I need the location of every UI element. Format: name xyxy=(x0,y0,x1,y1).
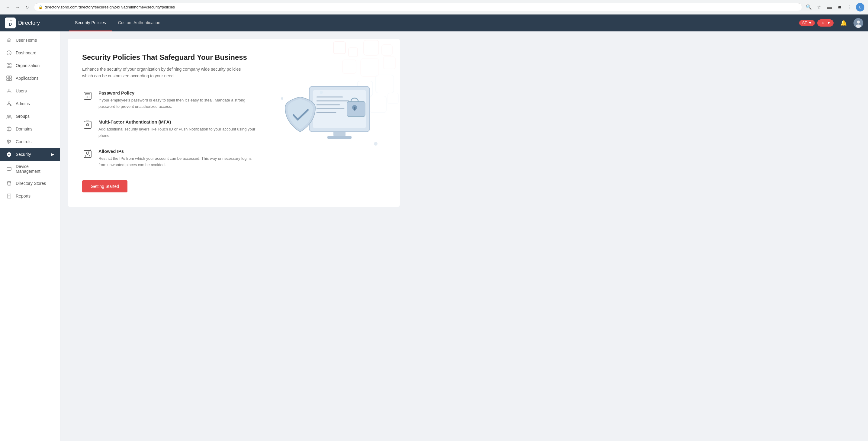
sidebar-item-reports[interactable]: Reports xyxy=(0,190,60,202)
svg-point-29 xyxy=(7,182,11,183)
card-title: Security Policies That Safeguard Your Bu… xyxy=(82,53,385,62)
menu-button[interactable]: ⋮ xyxy=(846,3,854,11)
svg-point-49 xyxy=(87,96,88,97)
secure-icon: 🔒 xyxy=(38,5,43,9)
directory-stores-icon xyxy=(6,180,12,186)
back-button[interactable]: ← xyxy=(4,3,12,11)
svg-rect-4 xyxy=(7,63,8,65)
search-button[interactable]: 🔍 xyxy=(805,3,813,11)
sidebar-item-dashboard[interactable]: Dashboard xyxy=(0,46,60,59)
svg-rect-8 xyxy=(7,76,9,78)
svg-rect-52 xyxy=(86,121,89,121)
applications-icon xyxy=(6,75,12,81)
svg-rect-5 xyxy=(10,63,11,65)
sidebar-item-user-home[interactable]: User Home xyxy=(0,34,60,46)
mfa-title: Multi-Factor Authentication (MFA) xyxy=(98,119,257,124)
forward-button[interactable]: → xyxy=(13,3,22,11)
refresh-button[interactable]: ↻ xyxy=(23,3,31,11)
svg-rect-7 xyxy=(10,66,11,68)
sidebar-item-domains[interactable]: Domains xyxy=(0,123,60,135)
groups-icon xyxy=(6,113,12,119)
bell-button[interactable]: 🔔 xyxy=(839,18,848,28)
password-policy-content: Password Policy If your employee's passw… xyxy=(98,90,257,110)
browser-nav-buttons: ← → ↻ xyxy=(4,3,31,11)
svg-point-24 xyxy=(9,141,10,142)
sidebar-item-applications[interactable]: Applications xyxy=(0,72,60,85)
allowed-ips-content: Allowed IPs Restrict the IPs from which … xyxy=(98,149,257,168)
header-separator-2 xyxy=(851,19,851,27)
cast-button[interactable]: ▬ xyxy=(825,3,834,11)
svg-rect-45 xyxy=(388,93,398,104)
features-list: Password Policy If your employee's passw… xyxy=(82,90,257,168)
svg-point-57 xyxy=(90,150,91,151)
svg-rect-69 xyxy=(328,136,351,139)
device-management-icon xyxy=(6,166,12,172)
security-arrow-icon: ▶ xyxy=(51,152,54,156)
tab-custom-authentication[interactable]: Custom Authentication xyxy=(112,14,166,31)
mfa-content: Multi-Factor Authentication (MFA) Add ad… xyxy=(98,119,257,139)
svg-rect-6 xyxy=(7,66,8,68)
svg-point-16 xyxy=(9,115,11,117)
logo-area: Zoho D Directory xyxy=(5,18,65,28)
reports-icon xyxy=(6,193,12,199)
address-bar[interactable]: 🔒 directory.zoho.com/directory/securesig… xyxy=(34,3,802,11)
sidebar-item-users[interactable]: Users xyxy=(0,85,60,97)
d-badge[interactable]: D ▼ xyxy=(817,19,834,27)
domains-icon xyxy=(6,126,12,132)
svg-point-48 xyxy=(86,96,87,97)
svg-rect-26 xyxy=(7,167,11,170)
sidebar: User Home Dashboard Organization xyxy=(0,31,60,441)
se-badge[interactable]: SE ▼ xyxy=(799,20,815,26)
mfa-desc: Add additional security layers like Touc… xyxy=(98,126,257,139)
browser-profile-avatar[interactable]: U xyxy=(856,3,864,11)
header-tabs: Security Policies Custom Authentication xyxy=(69,14,796,31)
svg-rect-46 xyxy=(84,92,91,99)
allowed-ips-desc: Restrict the IPs from which your account… xyxy=(98,156,257,168)
svg-point-55 xyxy=(86,152,89,154)
user-avatar-svg xyxy=(854,18,863,28)
url-text: directory.zoho.com/directory/securesign2… xyxy=(45,5,798,9)
password-policy-title: Password Policy xyxy=(98,90,257,95)
bookmark-button[interactable]: ☆ xyxy=(815,3,823,11)
sidebar-item-directory-stores[interactable]: Directory Stores xyxy=(0,177,60,190)
svg-rect-34 xyxy=(334,42,345,54)
svg-point-23 xyxy=(7,140,9,141)
user-home-icon xyxy=(6,37,12,43)
svg-rect-68 xyxy=(334,132,345,136)
controls-icon xyxy=(6,139,12,145)
security-icon xyxy=(6,151,12,157)
svg-point-72 xyxy=(374,142,377,146)
policy-card: Security Policies That Safeguard Your Bu… xyxy=(68,39,400,207)
d-icon: D xyxy=(820,20,826,26)
security-illustration xyxy=(261,68,388,177)
top-header: Zoho D Directory Security Policies Custo… xyxy=(0,14,868,31)
sidebar-item-organization[interactable]: Organization xyxy=(0,59,60,72)
app-title: Directory xyxy=(18,20,40,26)
allowed-ips-icon xyxy=(82,149,93,159)
allowed-ips-title: Allowed IPs xyxy=(98,149,257,154)
extensions-button[interactable]: ◾ xyxy=(835,3,844,11)
getting-started-button[interactable]: Getting Started xyxy=(82,180,127,192)
feature-password-policy: Password Policy If your employee's passw… xyxy=(82,90,257,110)
header-separator xyxy=(836,19,836,27)
mfa-icon xyxy=(82,119,93,130)
sidebar-item-admins[interactable]: Admins xyxy=(0,97,60,110)
tab-security-policies[interactable]: Security Policies xyxy=(69,14,112,31)
logo-box: Zoho D xyxy=(5,18,16,28)
feature-mfa: Multi-Factor Authentication (MFA) Add ad… xyxy=(82,119,257,139)
sidebar-item-device-management[interactable]: Device Management xyxy=(0,161,60,177)
password-policy-icon xyxy=(82,90,93,101)
users-icon xyxy=(6,88,12,94)
svg-point-70 xyxy=(281,97,283,100)
svg-point-15 xyxy=(7,115,9,117)
sidebar-item-security[interactable]: Security ▶ xyxy=(0,148,60,161)
svg-point-12 xyxy=(8,89,10,91)
svg-rect-9 xyxy=(9,76,11,78)
sidebar-item-groups[interactable]: Groups xyxy=(0,110,60,123)
dashboard-icon xyxy=(6,50,12,56)
user-avatar[interactable] xyxy=(854,18,863,28)
header-right: SE ▼ D ▼ 🔔 xyxy=(799,18,863,28)
sidebar-item-controls[interactable]: Controls xyxy=(0,135,60,148)
logo-inner: Zoho D xyxy=(7,19,13,27)
feature-allowed-ips: Allowed IPs Restrict the IPs from which … xyxy=(82,149,257,168)
